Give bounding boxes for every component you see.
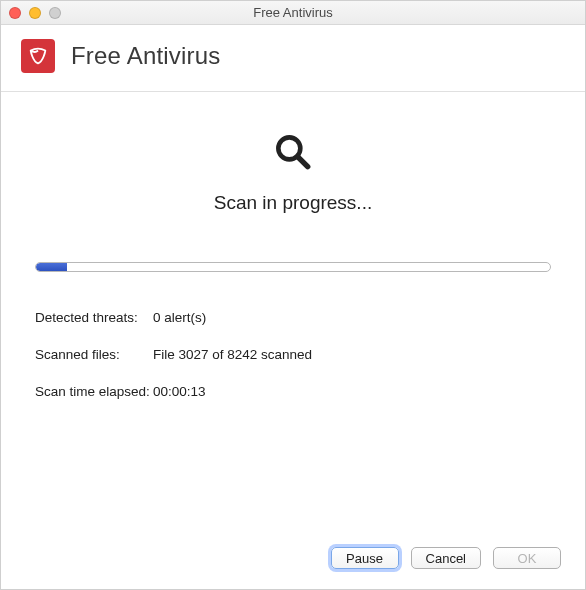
dialog-buttons: Pause Cancel OK (331, 547, 561, 569)
scan-status-text: Scan in progress... (35, 192, 551, 214)
avira-logo-icon (21, 39, 55, 73)
scan-stats: Detected threats: 0 alert(s) Scanned fil… (35, 310, 551, 399)
dialog-window: Free Antivirus Free Antivirus Scan in pr… (0, 0, 586, 590)
ok-button: OK (493, 547, 561, 569)
titlebar: Free Antivirus (1, 1, 585, 25)
minimize-window-button[interactable] (29, 7, 41, 19)
window-title: Free Antivirus (1, 5, 585, 20)
stat-label: Scanned files: (35, 347, 153, 362)
content-area: Scan in progress... Detected threats: 0 … (1, 92, 585, 399)
stat-time-elapsed: Scan time elapsed: 00:00:13 (35, 384, 551, 399)
progress-bar (35, 262, 551, 272)
stat-detected-threats: Detected threats: 0 alert(s) (35, 310, 551, 325)
pause-button[interactable]: Pause (331, 547, 399, 569)
stat-label: Scan time elapsed: (35, 384, 153, 399)
stat-value: 0 alert(s) (153, 310, 551, 325)
stat-scanned-files: Scanned files: File 3027 of 8242 scanned (35, 347, 551, 362)
svg-line-1 (298, 157, 308, 167)
stat-value: 00:00:13 (153, 384, 551, 399)
app-title: Free Antivirus (71, 42, 221, 70)
zoom-window-button (49, 7, 61, 19)
stat-label: Detected threats: (35, 310, 153, 325)
cancel-button[interactable]: Cancel (411, 547, 481, 569)
progress-fill (36, 263, 67, 271)
app-header: Free Antivirus (1, 25, 585, 92)
window-controls (1, 7, 61, 19)
magnifier-icon (35, 130, 551, 178)
close-window-button[interactable] (9, 7, 21, 19)
stat-value: File 3027 of 8242 scanned (153, 347, 551, 362)
